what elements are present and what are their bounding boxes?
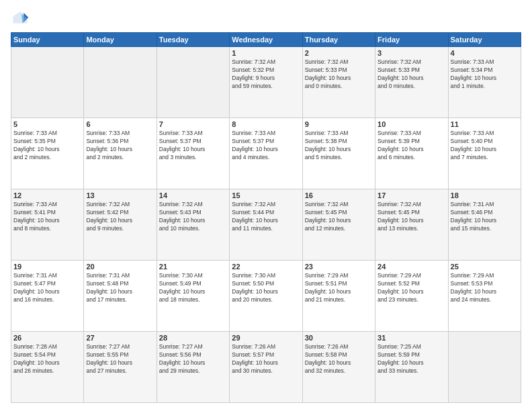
day-info: Sunrise: 7:26 AM Sunset: 5:57 PM Dayligh… xyxy=(232,343,300,375)
day-info: Sunrise: 7:33 AM Sunset: 5:37 PM Dayligh… xyxy=(159,130,227,162)
day-cell: 25Sunrise: 7:29 AM Sunset: 5:53 PM Dayli… xyxy=(448,261,521,332)
day-cell xyxy=(11,47,84,118)
day-number: 22 xyxy=(232,263,300,271)
logo xyxy=(11,8,32,27)
day-cell: 21Sunrise: 7:30 AM Sunset: 5:49 PM Dayli… xyxy=(157,261,229,332)
logo-icon xyxy=(11,8,30,27)
day-info: Sunrise: 7:32 AM Sunset: 5:33 PM Dayligh… xyxy=(305,58,373,91)
day-cell: 12Sunrise: 7:33 AM Sunset: 5:41 PM Dayli… xyxy=(11,189,84,261)
day-number: 3 xyxy=(378,49,445,57)
day-info: Sunrise: 7:32 AM Sunset: 5:45 PM Dayligh… xyxy=(305,201,373,233)
day-info: Sunrise: 7:33 AM Sunset: 5:40 PM Dayligh… xyxy=(451,130,519,162)
week-row-5: 26Sunrise: 7:28 AM Sunset: 5:54 PM Dayli… xyxy=(11,332,521,403)
day-cell: 18Sunrise: 7:31 AM Sunset: 5:46 PM Dayli… xyxy=(448,189,521,261)
day-number: 18 xyxy=(451,191,519,199)
day-info: Sunrise: 7:30 AM Sunset: 5:49 PM Dayligh… xyxy=(159,272,227,304)
day-cell: 8Sunrise: 7:33 AM Sunset: 5:37 PM Daylig… xyxy=(230,118,302,189)
day-info: Sunrise: 7:33 AM Sunset: 5:37 PM Dayligh… xyxy=(232,130,300,162)
weekday-header-row: SundayMondayTuesdayWednesdayThursdayFrid… xyxy=(11,33,521,47)
day-cell: 19Sunrise: 7:31 AM Sunset: 5:47 PM Dayli… xyxy=(11,261,84,332)
day-cell: 9Sunrise: 7:33 AM Sunset: 5:38 PM Daylig… xyxy=(302,118,375,189)
day-number: 2 xyxy=(305,49,373,57)
day-info: Sunrise: 7:32 AM Sunset: 5:42 PM Dayligh… xyxy=(86,201,154,233)
day-info: Sunrise: 7:30 AM Sunset: 5:50 PM Dayligh… xyxy=(232,272,300,304)
day-cell: 23Sunrise: 7:29 AM Sunset: 5:51 PM Dayli… xyxy=(302,261,375,332)
day-info: Sunrise: 7:27 AM Sunset: 5:56 PM Dayligh… xyxy=(159,343,227,375)
day-number: 12 xyxy=(13,191,81,199)
day-number: 1 xyxy=(232,49,300,57)
day-info: Sunrise: 7:29 AM Sunset: 5:52 PM Dayligh… xyxy=(378,272,445,304)
day-number: 11 xyxy=(451,120,519,128)
day-cell: 1Sunrise: 7:32 AM Sunset: 5:32 PM Daylig… xyxy=(230,47,302,118)
day-cell: 27Sunrise: 7:27 AM Sunset: 5:55 PM Dayli… xyxy=(84,332,157,403)
weekday-header-wednesday: Wednesday xyxy=(230,33,302,47)
day-cell: 11Sunrise: 7:33 AM Sunset: 5:40 PM Dayli… xyxy=(448,118,521,189)
day-info: Sunrise: 7:33 AM Sunset: 5:34 PM Dayligh… xyxy=(451,58,519,91)
day-number: 13 xyxy=(86,191,154,199)
day-number: 25 xyxy=(451,263,519,271)
day-info: Sunrise: 7:33 AM Sunset: 5:39 PM Dayligh… xyxy=(378,130,445,162)
day-number: 16 xyxy=(305,191,373,199)
week-row-3: 12Sunrise: 7:33 AM Sunset: 5:41 PM Dayli… xyxy=(11,189,521,261)
day-number: 31 xyxy=(378,334,445,342)
day-number: 5 xyxy=(13,120,81,128)
day-info: Sunrise: 7:32 AM Sunset: 5:32 PM Dayligh… xyxy=(232,58,300,91)
calendar-table: SundayMondayTuesdayWednesdayThursdayFrid… xyxy=(11,32,521,403)
day-cell: 29Sunrise: 7:26 AM Sunset: 5:57 PM Dayli… xyxy=(230,332,302,403)
day-number: 4 xyxy=(451,49,519,57)
day-info: Sunrise: 7:27 AM Sunset: 5:55 PM Dayligh… xyxy=(86,343,154,375)
day-cell: 4Sunrise: 7:33 AM Sunset: 5:34 PM Daylig… xyxy=(448,47,521,118)
day-info: Sunrise: 7:31 AM Sunset: 5:48 PM Dayligh… xyxy=(86,272,154,304)
day-number: 27 xyxy=(86,334,154,342)
day-info: Sunrise: 7:32 AM Sunset: 5:45 PM Dayligh… xyxy=(378,201,445,233)
day-info: Sunrise: 7:32 AM Sunset: 5:43 PM Dayligh… xyxy=(159,201,227,233)
day-info: Sunrise: 7:33 AM Sunset: 5:41 PM Dayligh… xyxy=(13,201,81,233)
day-number: 14 xyxy=(159,191,227,199)
day-number: 9 xyxy=(305,120,373,128)
day-cell: 31Sunrise: 7:25 AM Sunset: 5:59 PM Dayli… xyxy=(375,332,448,403)
day-number: 6 xyxy=(86,120,154,128)
day-info: Sunrise: 7:29 AM Sunset: 5:53 PM Dayligh… xyxy=(451,272,519,304)
day-cell xyxy=(448,332,521,403)
day-info: Sunrise: 7:32 AM Sunset: 5:44 PM Dayligh… xyxy=(232,201,300,233)
day-cell: 22Sunrise: 7:30 AM Sunset: 5:50 PM Dayli… xyxy=(230,261,302,332)
day-cell: 14Sunrise: 7:32 AM Sunset: 5:43 PM Dayli… xyxy=(157,189,229,261)
day-number: 17 xyxy=(378,191,445,199)
day-cell: 15Sunrise: 7:32 AM Sunset: 5:44 PM Dayli… xyxy=(230,189,302,261)
weekday-header-sunday: Sunday xyxy=(11,33,84,47)
weekday-header-tuesday: Tuesday xyxy=(157,33,229,47)
day-number: 8 xyxy=(232,120,300,128)
weekday-header-friday: Friday xyxy=(375,33,448,47)
day-cell: 30Sunrise: 7:26 AM Sunset: 5:58 PM Dayli… xyxy=(302,332,375,403)
day-number: 30 xyxy=(305,334,373,342)
day-info: Sunrise: 7:33 AM Sunset: 5:38 PM Dayligh… xyxy=(305,130,373,162)
day-cell xyxy=(84,47,157,118)
weekday-header-thursday: Thursday xyxy=(302,33,375,47)
day-number: 10 xyxy=(378,120,445,128)
day-cell: 24Sunrise: 7:29 AM Sunset: 5:52 PM Dayli… xyxy=(375,261,448,332)
day-cell: 10Sunrise: 7:33 AM Sunset: 5:39 PM Dayli… xyxy=(375,118,448,189)
day-info: Sunrise: 7:31 AM Sunset: 5:47 PM Dayligh… xyxy=(13,272,81,304)
day-number: 24 xyxy=(378,263,445,271)
day-info: Sunrise: 7:29 AM Sunset: 5:51 PM Dayligh… xyxy=(305,272,373,304)
day-cell: 13Sunrise: 7:32 AM Sunset: 5:42 PM Dayli… xyxy=(84,189,157,261)
day-number: 20 xyxy=(86,263,154,271)
day-info: Sunrise: 7:26 AM Sunset: 5:58 PM Dayligh… xyxy=(305,343,373,375)
day-cell xyxy=(157,47,229,118)
week-row-1: 1Sunrise: 7:32 AM Sunset: 5:32 PM Daylig… xyxy=(11,47,521,118)
week-row-4: 19Sunrise: 7:31 AM Sunset: 5:47 PM Dayli… xyxy=(11,261,521,332)
day-cell: 7Sunrise: 7:33 AM Sunset: 5:37 PM Daylig… xyxy=(157,118,229,189)
day-number: 7 xyxy=(159,120,227,128)
day-number: 28 xyxy=(159,334,227,342)
day-cell: 16Sunrise: 7:32 AM Sunset: 5:45 PM Dayli… xyxy=(302,189,375,261)
weekday-header-saturday: Saturday xyxy=(448,33,521,47)
day-info: Sunrise: 7:28 AM Sunset: 5:54 PM Dayligh… xyxy=(13,343,81,375)
day-number: 26 xyxy=(13,334,81,342)
day-info: Sunrise: 7:33 AM Sunset: 5:35 PM Dayligh… xyxy=(13,130,81,162)
page: SundayMondayTuesdayWednesdayThursdayFrid… xyxy=(0,0,532,411)
day-number: 19 xyxy=(13,263,81,271)
day-cell: 28Sunrise: 7:27 AM Sunset: 5:56 PM Dayli… xyxy=(157,332,229,403)
weekday-header-monday: Monday xyxy=(84,33,157,47)
header xyxy=(11,8,521,27)
day-cell: 26Sunrise: 7:28 AM Sunset: 5:54 PM Dayli… xyxy=(11,332,84,403)
